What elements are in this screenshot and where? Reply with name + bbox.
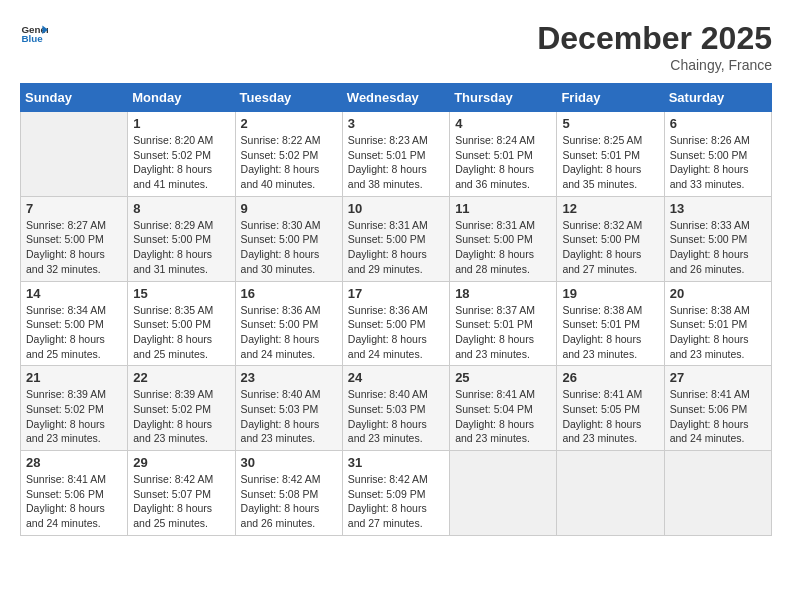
day-cell: 11Sunrise: 8:31 AM Sunset: 5:00 PM Dayli…	[450, 196, 557, 281]
day-cell: 24Sunrise: 8:40 AM Sunset: 5:03 PM Dayli…	[342, 366, 449, 451]
day-cell: 5Sunrise: 8:25 AM Sunset: 5:01 PM Daylig…	[557, 112, 664, 197]
day-cell: 12Sunrise: 8:32 AM Sunset: 5:00 PM Dayli…	[557, 196, 664, 281]
day-cell: 30Sunrise: 8:42 AM Sunset: 5:08 PM Dayli…	[235, 451, 342, 536]
day-cell: 6Sunrise: 8:26 AM Sunset: 5:00 PM Daylig…	[664, 112, 771, 197]
day-cell: 8Sunrise: 8:29 AM Sunset: 5:00 PM Daylig…	[128, 196, 235, 281]
day-info: Sunrise: 8:31 AM Sunset: 5:00 PM Dayligh…	[348, 218, 444, 277]
day-number: 20	[670, 286, 766, 301]
day-number: 18	[455, 286, 551, 301]
day-info: Sunrise: 8:31 AM Sunset: 5:00 PM Dayligh…	[455, 218, 551, 277]
day-number: 24	[348, 370, 444, 385]
header-cell-wednesday: Wednesday	[342, 84, 449, 112]
title-block: December 2025 Chaingy, France	[537, 20, 772, 73]
day-number: 26	[562, 370, 658, 385]
day-cell: 18Sunrise: 8:37 AM Sunset: 5:01 PM Dayli…	[450, 281, 557, 366]
header-cell-sunday: Sunday	[21, 84, 128, 112]
day-cell: 14Sunrise: 8:34 AM Sunset: 5:00 PM Dayli…	[21, 281, 128, 366]
day-number: 31	[348, 455, 444, 470]
day-cell	[557, 451, 664, 536]
day-cell: 20Sunrise: 8:38 AM Sunset: 5:01 PM Dayli…	[664, 281, 771, 366]
header-cell-tuesday: Tuesday	[235, 84, 342, 112]
week-row-2: 14Sunrise: 8:34 AM Sunset: 5:00 PM Dayli…	[21, 281, 772, 366]
day-number: 10	[348, 201, 444, 216]
svg-text:Blue: Blue	[21, 33, 43, 44]
day-cell: 25Sunrise: 8:41 AM Sunset: 5:04 PM Dayli…	[450, 366, 557, 451]
day-cell: 19Sunrise: 8:38 AM Sunset: 5:01 PM Dayli…	[557, 281, 664, 366]
day-number: 19	[562, 286, 658, 301]
day-cell: 4Sunrise: 8:24 AM Sunset: 5:01 PM Daylig…	[450, 112, 557, 197]
header-row: SundayMondayTuesdayWednesdayThursdayFrid…	[21, 84, 772, 112]
day-cell: 15Sunrise: 8:35 AM Sunset: 5:00 PM Dayli…	[128, 281, 235, 366]
day-info: Sunrise: 8:40 AM Sunset: 5:03 PM Dayligh…	[241, 387, 337, 446]
day-info: Sunrise: 8:35 AM Sunset: 5:00 PM Dayligh…	[133, 303, 229, 362]
day-info: Sunrise: 8:20 AM Sunset: 5:02 PM Dayligh…	[133, 133, 229, 192]
day-number: 22	[133, 370, 229, 385]
day-cell: 9Sunrise: 8:30 AM Sunset: 5:00 PM Daylig…	[235, 196, 342, 281]
day-cell: 31Sunrise: 8:42 AM Sunset: 5:09 PM Dayli…	[342, 451, 449, 536]
day-number: 21	[26, 370, 122, 385]
day-cell: 17Sunrise: 8:36 AM Sunset: 5:00 PM Dayli…	[342, 281, 449, 366]
day-info: Sunrise: 8:40 AM Sunset: 5:03 PM Dayligh…	[348, 387, 444, 446]
day-info: Sunrise: 8:41 AM Sunset: 5:06 PM Dayligh…	[670, 387, 766, 446]
day-cell: 28Sunrise: 8:41 AM Sunset: 5:06 PM Dayli…	[21, 451, 128, 536]
day-info: Sunrise: 8:42 AM Sunset: 5:07 PM Dayligh…	[133, 472, 229, 531]
logo-icon: General Blue	[20, 20, 48, 48]
day-info: Sunrise: 8:41 AM Sunset: 5:04 PM Dayligh…	[455, 387, 551, 446]
day-info: Sunrise: 8:41 AM Sunset: 5:06 PM Dayligh…	[26, 472, 122, 531]
calendar-body: 1Sunrise: 8:20 AM Sunset: 5:02 PM Daylig…	[21, 112, 772, 536]
day-number: 25	[455, 370, 551, 385]
day-info: Sunrise: 8:29 AM Sunset: 5:00 PM Dayligh…	[133, 218, 229, 277]
day-number: 15	[133, 286, 229, 301]
header-cell-friday: Friday	[557, 84, 664, 112]
header-cell-monday: Monday	[128, 84, 235, 112]
day-cell: 27Sunrise: 8:41 AM Sunset: 5:06 PM Dayli…	[664, 366, 771, 451]
day-cell: 2Sunrise: 8:22 AM Sunset: 5:02 PM Daylig…	[235, 112, 342, 197]
day-number: 27	[670, 370, 766, 385]
day-info: Sunrise: 8:22 AM Sunset: 5:02 PM Dayligh…	[241, 133, 337, 192]
day-cell: 16Sunrise: 8:36 AM Sunset: 5:00 PM Dayli…	[235, 281, 342, 366]
day-info: Sunrise: 8:39 AM Sunset: 5:02 PM Dayligh…	[133, 387, 229, 446]
day-number: 11	[455, 201, 551, 216]
day-number: 5	[562, 116, 658, 131]
day-info: Sunrise: 8:34 AM Sunset: 5:00 PM Dayligh…	[26, 303, 122, 362]
day-info: Sunrise: 8:37 AM Sunset: 5:01 PM Dayligh…	[455, 303, 551, 362]
day-cell	[450, 451, 557, 536]
day-info: Sunrise: 8:41 AM Sunset: 5:05 PM Dayligh…	[562, 387, 658, 446]
day-cell: 29Sunrise: 8:42 AM Sunset: 5:07 PM Dayli…	[128, 451, 235, 536]
day-number: 12	[562, 201, 658, 216]
week-row-0: 1Sunrise: 8:20 AM Sunset: 5:02 PM Daylig…	[21, 112, 772, 197]
day-info: Sunrise: 8:42 AM Sunset: 5:08 PM Dayligh…	[241, 472, 337, 531]
day-number: 14	[26, 286, 122, 301]
header-cell-thursday: Thursday	[450, 84, 557, 112]
day-number: 28	[26, 455, 122, 470]
day-cell: 26Sunrise: 8:41 AM Sunset: 5:05 PM Dayli…	[557, 366, 664, 451]
day-number: 6	[670, 116, 766, 131]
day-cell	[21, 112, 128, 197]
day-info: Sunrise: 8:36 AM Sunset: 5:00 PM Dayligh…	[241, 303, 337, 362]
day-info: Sunrise: 8:38 AM Sunset: 5:01 PM Dayligh…	[670, 303, 766, 362]
day-info: Sunrise: 8:38 AM Sunset: 5:01 PM Dayligh…	[562, 303, 658, 362]
month-title: December 2025	[537, 20, 772, 57]
day-number: 7	[26, 201, 122, 216]
day-cell: 23Sunrise: 8:40 AM Sunset: 5:03 PM Dayli…	[235, 366, 342, 451]
calendar-header: SundayMondayTuesdayWednesdayThursdayFrid…	[21, 84, 772, 112]
day-cell: 7Sunrise: 8:27 AM Sunset: 5:00 PM Daylig…	[21, 196, 128, 281]
day-info: Sunrise: 8:23 AM Sunset: 5:01 PM Dayligh…	[348, 133, 444, 192]
day-number: 1	[133, 116, 229, 131]
day-cell: 22Sunrise: 8:39 AM Sunset: 5:02 PM Dayli…	[128, 366, 235, 451]
day-number: 13	[670, 201, 766, 216]
day-info: Sunrise: 8:33 AM Sunset: 5:00 PM Dayligh…	[670, 218, 766, 277]
day-number: 9	[241, 201, 337, 216]
week-row-4: 28Sunrise: 8:41 AM Sunset: 5:06 PM Dayli…	[21, 451, 772, 536]
day-number: 8	[133, 201, 229, 216]
day-info: Sunrise: 8:30 AM Sunset: 5:00 PM Dayligh…	[241, 218, 337, 277]
day-cell: 1Sunrise: 8:20 AM Sunset: 5:02 PM Daylig…	[128, 112, 235, 197]
day-info: Sunrise: 8:27 AM Sunset: 5:00 PM Dayligh…	[26, 218, 122, 277]
day-number: 23	[241, 370, 337, 385]
calendar-table: SundayMondayTuesdayWednesdayThursdayFrid…	[20, 83, 772, 536]
week-row-1: 7Sunrise: 8:27 AM Sunset: 5:00 PM Daylig…	[21, 196, 772, 281]
day-number: 4	[455, 116, 551, 131]
day-cell	[664, 451, 771, 536]
day-number: 17	[348, 286, 444, 301]
day-info: Sunrise: 8:42 AM Sunset: 5:09 PM Dayligh…	[348, 472, 444, 531]
